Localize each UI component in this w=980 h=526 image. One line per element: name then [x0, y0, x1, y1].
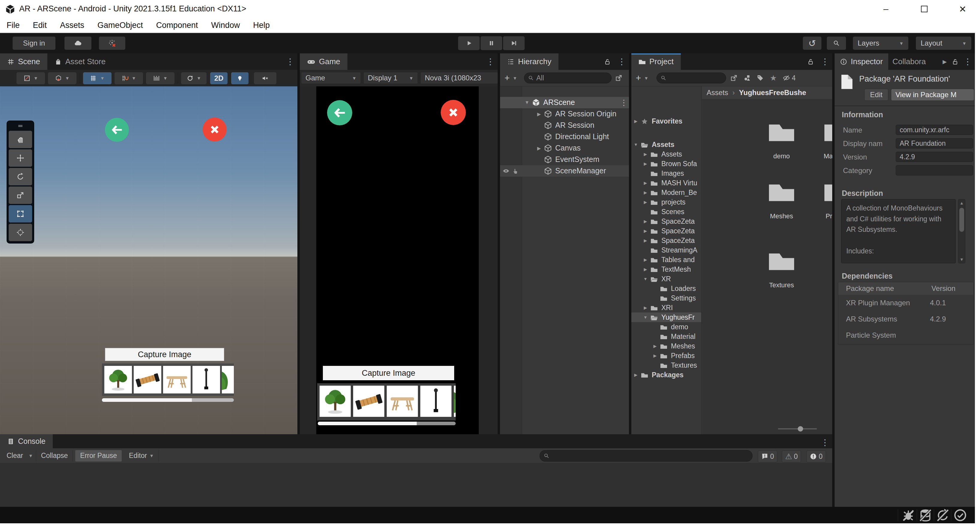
folder-materials[interactable]: Materials	[815, 120, 832, 160]
collapse-button[interactable]: Collapse	[36, 450, 73, 462]
console-search-input[interactable]	[539, 450, 752, 462]
project-tree-item-spacezeta[interactable]: ▶SpaceZeta	[632, 226, 702, 236]
project-tree-item-packages[interactable]: ▶Packages	[632, 370, 702, 379]
menu-item-assets[interactable]: Assets	[60, 21, 84, 30]
resolution-dropdown[interactable]: Nova 3i (1080x23	[420, 72, 498, 84]
inspector-menu-kebab[interactable]: ⋮	[964, 57, 972, 67]
pickability-icon[interactable]	[512, 167, 519, 175]
warning-count-badge[interactable]: ⚠0	[782, 450, 801, 462]
project-tree-item-assets[interactable]: ▼Assets	[632, 140, 702, 149]
gizmo-visibility-button[interactable]: ▼	[181, 72, 207, 84]
auto-refresh-disabled-icon[interactable]	[935, 508, 950, 522]
open-new-window-icon[interactable]	[730, 74, 738, 81]
expand-caret[interactable]: ▼	[633, 142, 639, 147]
project-tree-item-tables-and[interactable]: ▶Tables and	[632, 255, 702, 265]
open-new-window-icon[interactable]	[615, 74, 622, 81]
game-capture-image-button[interactable]: Capture Image	[323, 366, 454, 380]
menu-item-component[interactable]: Component	[156, 21, 198, 30]
scroll-thumb[interactable]	[959, 208, 964, 232]
asset-thumbnail-bench[interactable]	[353, 386, 384, 417]
description-scrollbar[interactable]: ▲ ▼	[958, 199, 965, 263]
clear-dropdown[interactable]: ▼	[25, 450, 36, 462]
project-tree-item-spacezeta[interactable]: ▶SpaceZeta	[632, 236, 702, 245]
tab-hierarchy[interactable]: Hierarchy	[500, 53, 558, 70]
project-tree-item-scenes[interactable]: Scenes	[632, 207, 702, 217]
expand-caret[interactable]: ▶	[642, 152, 649, 156]
info-count-badge[interactable]: 0	[758, 450, 777, 462]
display-target-dropdown[interactable]: Display 1▼	[363, 72, 418, 84]
field-input-name[interactable]: com.unity.xr.arfc	[896, 125, 973, 135]
console-menu-kebab[interactable]: ⋮	[821, 438, 829, 448]
project-tree-item-loaders[interactable]: Loaders	[632, 284, 702, 293]
field-input-display-nam[interactable]: AR Foundation	[896, 138, 973, 148]
search-everything-button[interactable]	[827, 37, 846, 50]
field-input-version[interactable]: 4.2.9	[896, 152, 973, 162]
tab-scroll-arrow[interactable]: ▶	[942, 59, 947, 65]
project-tree-item-material[interactable]: Material	[632, 332, 702, 341]
editor-dropdown[interactable]: Editor▼	[124, 450, 159, 462]
expand-caret[interactable]: ▼	[642, 276, 649, 281]
expand-caret[interactable]: ▶	[535, 145, 542, 151]
expand-caret[interactable]: ▶	[642, 161, 649, 166]
magnet-snap-button[interactable]: ▼	[115, 72, 143, 84]
tab-project[interactable]: Project	[632, 53, 681, 70]
view-in-package-manager-button[interactable]: View in Package M	[891, 89, 974, 101]
hierarchy-item-eventsystem[interactable]: EventSystem	[500, 154, 629, 165]
visibility-eye-icon[interactable]	[503, 167, 510, 175]
expand-caret[interactable]: ▶	[642, 190, 649, 195]
maximize-button[interactable]	[912, 0, 937, 18]
hierarchy-menu-kebab[interactable]: ⋮	[617, 57, 626, 67]
pause-button[interactable]	[480, 36, 502, 50]
lock-icon[interactable]	[807, 58, 814, 65]
expand-caret[interactable]: ▶	[642, 228, 649, 233]
tab-asset-store[interactable]: Asset Store	[48, 53, 113, 70]
tab-inspector[interactable]: Inspector	[835, 53, 888, 70]
menu-item-file[interactable]: File	[6, 21, 20, 30]
asset-type-filter-icon[interactable]	[743, 74, 751, 81]
hierarchy-item-ar-session[interactable]: AR Session	[500, 120, 629, 131]
expand-caret[interactable]: ▶	[642, 200, 649, 204]
project-tree-item-xr[interactable]: ▼XR	[632, 274, 702, 284]
asset-thumbnail-table[interactable]	[163, 366, 191, 394]
asset-thumbnail-lamp[interactable]	[420, 386, 452, 417]
lock-icon[interactable]	[951, 58, 959, 65]
expand-caret[interactable]: ▶	[642, 180, 649, 185]
asset-thumbnail-lamp[interactable]	[192, 366, 220, 394]
cloud-services-button[interactable]	[64, 37, 91, 50]
expand-caret[interactable]: ▶	[642, 219, 649, 224]
scene-lighting-button[interactable]	[231, 72, 248, 84]
breadcrumb-current[interactable]: YughuesFreeBushe	[739, 88, 806, 97]
2d-mode-button[interactable]: 2D	[210, 72, 228, 84]
transform-tool-button[interactable]	[9, 224, 32, 241]
console-log-area[interactable]	[0, 463, 832, 507]
project-tree-item-meshes[interactable]: ▶Meshes	[632, 341, 702, 351]
lock-icon[interactable]	[604, 58, 611, 65]
project-tree-item-yughuesfr[interactable]: ▼YughuesFr	[632, 312, 702, 322]
asset-thumbnail-bench[interactable]	[134, 366, 161, 394]
rotate-tool-button[interactable]	[9, 168, 32, 185]
project-search-input[interactable]	[657, 73, 726, 83]
menu-item-edit[interactable]: Edit	[33, 21, 47, 30]
play-button[interactable]	[458, 36, 480, 50]
description-textarea[interactable]: A collection of MonoBehaviours and C# ut…	[841, 199, 956, 263]
close-button[interactable]: ✕	[950, 0, 975, 18]
scene-menu-kebab[interactable]: ⋮	[286, 57, 294, 67]
expand-caret[interactable]: ▶	[642, 267, 649, 272]
menu-item-gameobject[interactable]: GameObject	[97, 21, 143, 30]
activity-ok-icon[interactable]	[953, 508, 968, 522]
hierarchy-search-input[interactable]: All	[524, 73, 612, 83]
expand-caret[interactable]: ▶	[535, 111, 542, 117]
breadcrumb-root[interactable]: Assets	[706, 88, 728, 97]
expand-caret[interactable]: ▶	[633, 373, 639, 377]
project-tree-item-xri[interactable]: ▶XRI	[632, 303, 702, 312]
project-tree-item-textures[interactable]: Textures	[632, 360, 702, 370]
project-tree-item-assets[interactable]: ▶Assets	[632, 149, 702, 159]
project-tree-item-settings[interactable]: Settings	[632, 293, 702, 303]
project-tree-item-prefabs[interactable]: ▶Prefabs	[632, 351, 702, 360]
hierarchy-item-directional-light[interactable]: Directional Light	[500, 131, 629, 142]
debugger-disabled-icon[interactable]	[901, 508, 916, 522]
expand-caret[interactable]: ▶	[652, 344, 658, 349]
game-close-button[interactable]	[441, 100, 466, 125]
game-menu-kebab[interactable]: ⋮	[486, 57, 495, 67]
menu-item-window[interactable]: Window	[211, 21, 240, 30]
